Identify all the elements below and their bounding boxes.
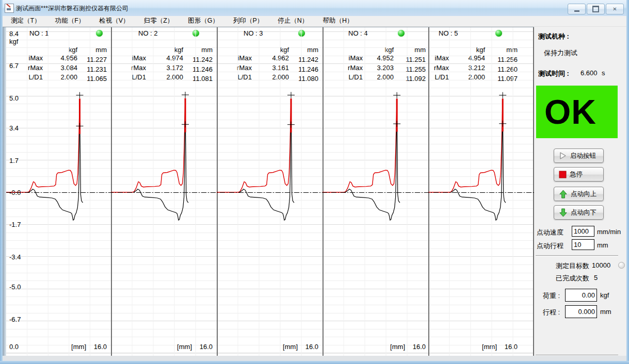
arrow-down-icon bbox=[559, 208, 568, 217]
app-window: 测试画面***深圳市磐石测控仪器有限公司 ✕ 测定（T）功能（F）检视（V）归零… bbox=[0, 0, 629, 364]
menu-item-8[interactable]: 帮助（H） bbox=[315, 15, 360, 27]
black-force-curve bbox=[451, 100, 506, 220]
result-indicator: OK bbox=[536, 86, 618, 138]
maximize-icon bbox=[592, 6, 599, 12]
test-time-unit: s bbox=[602, 69, 605, 77]
title-bar: 测试画面***深圳市磐石测控仪器有限公司 ✕ bbox=[0, 0, 629, 16]
jog-speed-unit: mm/min bbox=[597, 228, 621, 236]
imax-marker bbox=[182, 92, 189, 98]
minimize-icon bbox=[574, 10, 579, 12]
imax-marker bbox=[287, 92, 295, 98]
close-button[interactable]: ✕ bbox=[606, 4, 624, 14]
chart-left-border bbox=[3, 27, 6, 356]
stroke-input[interactable] bbox=[565, 305, 597, 318]
rmax-marker bbox=[499, 121, 506, 127]
completed-count-label: 已完成次数 bbox=[556, 274, 589, 283]
menu-item-1[interactable]: 测定（T） bbox=[4, 15, 48, 27]
jog-down-button[interactable]: 点动向下 bbox=[554, 205, 604, 220]
menu-item-2[interactable]: 功能（F） bbox=[48, 15, 92, 27]
stroke-label: 行程 : bbox=[543, 308, 560, 317]
force-curve-plot bbox=[217, 27, 322, 356]
black-force-curve bbox=[345, 100, 400, 220]
stroke-unit: mm bbox=[600, 308, 611, 316]
play-icon bbox=[559, 152, 567, 160]
imax-marker bbox=[76, 92, 83, 98]
menu-bar: 测定（T）功能（F）检视（V）归零（Z）图形（G）列印（P）停止（N）帮助（H） bbox=[1, 16, 628, 27]
test-time-label: 测试时间 : bbox=[538, 69, 569, 78]
rmax-marker bbox=[76, 123, 83, 129]
black-force-curve bbox=[28, 100, 83, 220]
chart-area: 8.4kgf6.75.03.41.7-0.0-1.7-3.4-5.0-6.70.… bbox=[3, 27, 534, 356]
machine-type-value: 保持力测试 bbox=[544, 48, 577, 58]
target-count-label: 测定目标数 bbox=[556, 261, 589, 271]
menu-item-5[interactable]: 图形（G） bbox=[181, 15, 226, 27]
app-icon bbox=[5, 4, 14, 13]
menu-item-4[interactable]: 归零（Z） bbox=[137, 15, 181, 27]
machine-type-label: 测试机种 : bbox=[538, 32, 569, 41]
start-button[interactable]: 启动按钮 bbox=[554, 148, 604, 163]
black-force-curve bbox=[134, 99, 188, 220]
window-border-left bbox=[0, 0, 3, 364]
window-title: 测试画面***深圳市磐石测控仪器有限公司 bbox=[16, 4, 128, 13]
jog-stroke-input[interactable] bbox=[572, 239, 594, 250]
jog-stroke-unit: mm bbox=[597, 241, 608, 249]
imax-marker bbox=[393, 92, 400, 98]
close-icon: ✕ bbox=[612, 6, 617, 12]
black-force-curve bbox=[239, 100, 294, 220]
force-curve-plot bbox=[428, 27, 534, 356]
jog-speed-label: 点动速度 bbox=[537, 228, 563, 237]
target-indicator-icon bbox=[618, 262, 625, 269]
sidebar-divider-bottom bbox=[536, 355, 618, 356]
rmax-marker bbox=[182, 121, 189, 127]
red-force-curve bbox=[217, 98, 291, 192]
emergency-stop-button[interactable]: 急停 bbox=[554, 167, 604, 181]
menu-item-7[interactable]: 停止（N） bbox=[270, 15, 315, 27]
force-curve-plot bbox=[6, 27, 111, 356]
force-curve-plot bbox=[322, 27, 428, 356]
red-force-curve bbox=[6, 98, 79, 192]
control-sidebar: 测试机种 : 保持力测试 测试时间 : 6.600 s OK 启动按钮 急停 点… bbox=[534, 27, 626, 356]
load-label: 荷重 : bbox=[543, 291, 560, 301]
test-time-value: 6.600 bbox=[580, 69, 598, 77]
force-curve-plot bbox=[111, 27, 217, 356]
minimize-button[interactable] bbox=[568, 4, 586, 14]
arrow-up-icon bbox=[559, 190, 568, 198]
menu-item-6[interactable]: 列印（P） bbox=[226, 15, 270, 27]
result-text: OK bbox=[536, 92, 596, 131]
status-strip bbox=[3, 356, 626, 361]
rmax-marker bbox=[287, 122, 295, 128]
window-border-right bbox=[626, 0, 629, 364]
imax-marker bbox=[499, 92, 506, 98]
target-count-value: 10000 bbox=[592, 261, 610, 269]
menu-item-3[interactable]: 检视（V） bbox=[92, 15, 136, 27]
rmax-marker bbox=[393, 121, 400, 127]
jog-up-button[interactable]: 点动向上 bbox=[554, 187, 604, 201]
load-input[interactable] bbox=[565, 289, 597, 302]
sidebar-divider-top bbox=[536, 255, 618, 256]
stop-square-icon bbox=[559, 171, 567, 178]
jog-speed-input[interactable] bbox=[572, 226, 594, 237]
load-unit: kgf bbox=[600, 291, 609, 299]
jog-stroke-label: 点动行程 bbox=[537, 241, 563, 251]
red-force-curve bbox=[111, 98, 185, 192]
window-border-bottom bbox=[0, 361, 629, 364]
maximize-button[interactable] bbox=[587, 4, 605, 14]
completed-count-value: 5 bbox=[594, 274, 598, 282]
